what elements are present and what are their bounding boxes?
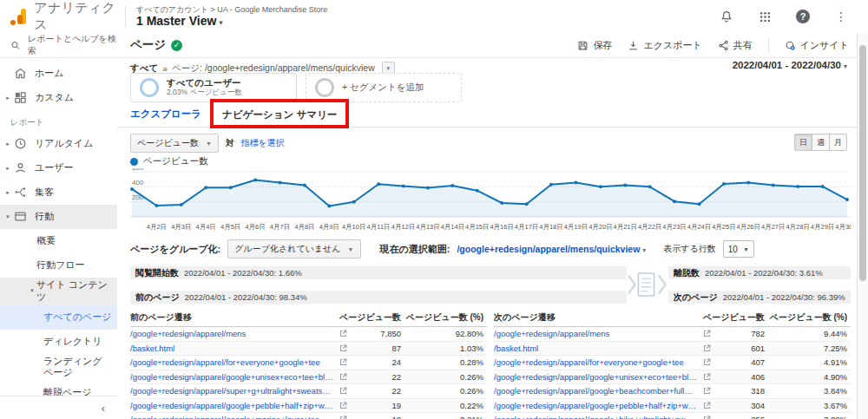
granularity-day-button[interactable]: 日 [794,134,812,151]
next-path-column-header[interactable]: 次のページ遷移 [494,311,697,324]
pageviews-percent-value: 0.28% [404,357,487,367]
sidebar-item-ディレクトリ[interactable]: ディレクトリ [0,330,117,354]
vertical-scrollbar[interactable] [857,33,868,419]
user-icon [14,161,28,175]
add-segment-button[interactable]: + セグメントを追加 [306,73,462,102]
grouping-select[interactable]: グループ化されていません▼ [227,239,360,259]
open-page-icon[interactable] [333,387,352,395]
sidebar-item-label: 概要 [36,235,114,247]
sidebar-item-label: ディレクトリ [43,336,114,348]
save-icon [577,40,589,51]
pageviews-line-chart[interactable]: 2004006004月2日4月3日4月4日4月5日4月6日4月7日4月8日4月9… [130,168,851,234]
select-metric-link[interactable]: 指標を選択 [240,137,284,149]
sidebar-search[interactable]: レポートとヘルプを検索 [0,33,117,58]
tab-explorer[interactable]: エクスプローラ [130,103,210,127]
sidebar-item-カスタム[interactable]: ▸カスタム [0,86,117,110]
page-path-link[interactable]: /google+redesign/apparel/google+unisex+e… [130,372,333,382]
realtime-icon [14,137,28,151]
sidebar-item-ランディングページ[interactable]: ランディング ページ [0,354,117,382]
save-button[interactable]: 保存 [577,39,612,52]
chevron-right-icon[interactable]: ▸ [3,95,12,102]
table-row: /google+redesign/apparel/for+everyone+go… [494,356,851,370]
svg-text:4月22日: 4月22日 [638,223,662,231]
table-body: /google+redesign/apparel/mens7829.44%/ba… [494,327,851,419]
open-page-icon[interactable] [333,358,352,366]
page-path-link[interactable]: /google+redesign/apparel/for+everyone+go… [130,357,333,367]
open-page-icon[interactable] [333,373,352,381]
open-page-icon[interactable] [697,358,716,366]
chevron-right-icon[interactable]: ▸ [3,141,12,148]
pageviews-pct-column-header[interactable]: ページビュー数 (%) [768,311,851,324]
current-selection-link[interactable]: /google+redesign/apparel/mens/quickview … [457,244,646,254]
sidebar-item-概要[interactable]: 概要 [0,229,117,253]
granularity-month-button[interactable]: 月 [830,134,847,151]
rows-count-select[interactable]: 10▼ [723,240,754,258]
sidebar-item-label: すべてのページ [43,311,114,324]
insights-button[interactable]: インサイト [785,39,849,52]
page-path-link[interactable]: /google+redesign/apparel/google+marine+l… [130,415,333,419]
main-content: ページ ✓ 保存 エクスポート 共有 インサ [117,33,858,419]
sidebar-item-ホーム[interactable]: ホーム [0,62,117,86]
page-path-link[interactable]: /google+redesign/apparel/google+bike+ult… [494,415,697,419]
page-path-link[interactable]: /basket.html [130,344,333,353]
open-page-icon[interactable] [697,373,716,381]
open-page-icon[interactable] [333,330,352,337]
page-path-link[interactable]: /google+redesign/apparel/mens [130,329,333,338]
sidebar-item-行動フロー[interactable]: 行動フロー [0,253,117,278]
notifications-bell-icon[interactable] [719,9,734,24]
chevron-down-icon[interactable]: ▾ [3,213,12,221]
annotation-highlight-box: ナビゲーション サマリー [210,99,349,128]
page-path-link[interactable]: /google+redesign/apparel/mens [494,329,697,338]
sidebar-collapse-button[interactable]: ‹ [0,396,117,419]
pageviews-column-header[interactable]: ページビュー数 [333,311,404,324]
share-button[interactable]: 共有 [718,39,753,52]
open-page-icon[interactable] [697,387,716,395]
open-page-icon[interactable] [697,416,716,419]
metric-select[interactable]: ページビュー数▼ [130,134,219,153]
sidebar-item-リアルタイム[interactable]: ▸リアルタイム [0,132,117,156]
page-path-link[interactable]: /google+redesign/apparel/google+unisex+e… [494,372,697,382]
table-row: /google+redesign/apparel/mens7,85092.80% [130,327,487,342]
segment-all-users[interactable]: すべてのユーザー 2.03% ページビュー数 [130,73,297,102]
date-range-selector[interactable]: 2022/04/01 - 2022/04/30▾ [733,60,847,70]
page-path-link[interactable]: /google+redesign/apparel/google+beachcom… [494,386,697,396]
page-path-link[interactable]: /google+redesign/apparel/for+everyone+go… [494,357,697,367]
chevron-down-icon: ▼ [206,141,212,147]
page-path-link[interactable]: /basket.html [494,344,697,353]
chevron-down-icon: ▾ [642,246,646,254]
scrollbar-thumb[interactable] [859,45,866,281]
sidebar-item-集客[interactable]: ▸集客 [0,180,117,205]
sidebar-item-label: リアルタイム [35,138,114,150]
page-path-link[interactable]: /google+redesign/apparel/super+g+ultrali… [130,386,333,396]
apps-grid-icon[interactable] [757,9,773,24]
open-page-icon[interactable] [333,416,352,419]
prev-path-column-header[interactable]: 前のページ遷移 [130,311,333,324]
sidebar-item-サイトコンテンツ[interactable]: ▾サイト コンテンツ [0,278,117,305]
chevron-right-icon[interactable]: ▸ [3,165,12,173]
granularity-week-button[interactable]: 週 [812,134,830,151]
table-row: /basket.html871.03% [130,342,487,357]
chevron-right-icon[interactable]: ▸ [3,189,12,197]
open-page-icon[interactable] [333,402,352,409]
export-button[interactable]: エクスポート [628,39,701,52]
sidebar-item-すべてのページ[interactable]: すべてのページ [0,305,117,330]
open-page-icon[interactable] [697,344,716,352]
analytics-logo[interactable]: アナリティクス [0,0,122,33]
page-path-link[interactable]: /google+redesign/apparel/google+pebble+h… [494,401,697,410]
help-icon[interactable]: ? [795,9,811,24]
more-options-icon[interactable]: ⋮ [833,9,849,24]
view-selector[interactable]: 1 Master View▾ [136,14,327,28]
open-page-icon[interactable] [333,344,352,352]
tab-navigation-summary[interactable]: ナビゲーション サマリー [222,109,337,120]
open-page-icon[interactable] [697,330,716,337]
sidebar-item-行動[interactable]: ▾行動 [0,205,117,229]
chevron-down-icon[interactable]: ▾ [28,287,36,295]
previous-path-table: 前のページ遷移 ページビュー数 ページビュー数 (%) /google+rede… [130,309,487,419]
page-path-link[interactable]: /google+redesign/apparel/google+pebble+h… [130,401,333,410]
table-row: /google+redesign/apparel/google+pebble+h… [130,399,487,414]
pageviews-column-header[interactable]: ページビュー数 [697,311,768,324]
open-page-icon[interactable] [697,402,716,409]
pageviews-pct-column-header[interactable]: ページビュー数 (%) [404,311,487,324]
sidebar-item-ユーザー[interactable]: ▸ユーザー [0,156,117,180]
table-row: /google+redesign/apparel/google+unisex+e… [494,370,851,385]
